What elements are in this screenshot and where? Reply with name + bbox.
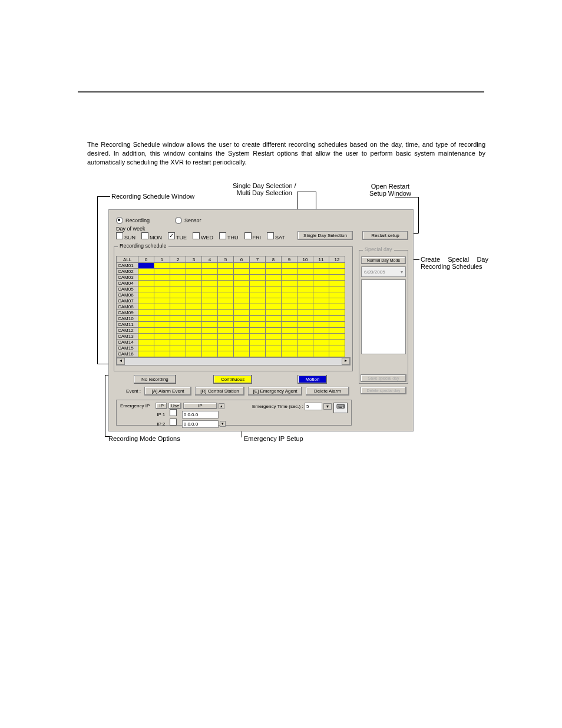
dropdown-icon[interactable]: ▾ [323,403,332,410]
emip-col-ip2: IP [183,403,217,409]
callout-open-restart: Open Restart Setup Window [369,183,411,197]
single-day-selection-button[interactable]: Single Day Selection [297,231,353,240]
emergency-ip-label: Emergency IP [120,403,154,409]
radio-sensor-label: Sensor [184,218,201,223]
callout-create-special: Create Special Day Recording Schedules [421,256,488,270]
recording-mode-legend-row: No recording Continuous Motion [116,375,351,384]
radio-recording[interactable]: Recording [116,217,150,224]
recording-schedule-legend: Recording schedule [118,243,168,249]
emip-col-ip: IP [156,403,167,409]
chk-sat[interactable]: SAT [267,232,285,241]
callout-recording-schedule-window: Recording Schedule Window [111,193,194,200]
bracket-recording-window [97,196,108,364]
chk-thu[interactable]: THU [219,232,239,241]
chk-mon[interactable]: MON [141,232,162,241]
special-day-legend: Special day [363,246,394,252]
mode-motion[interactable]: Motion [297,375,327,384]
leader-line [395,197,418,197]
chk-sun[interactable]: SUN [116,232,135,241]
radio-recording-label: Recording [125,218,150,223]
event-row: Event : [A] Alarm Event [R] Central Stat… [116,387,351,396]
dropdown-icon: ▾ [401,269,403,275]
callout-single-multi-day: Single Day Selection / Multi Day Selecti… [233,182,296,196]
mode-no-recording[interactable]: No recording [134,375,176,384]
emergency-time-input[interactable] [305,403,322,410]
restart-setup-button[interactable]: Restart setup [362,231,408,240]
chk-tue[interactable]: TUE [168,232,187,241]
divider [78,91,484,93]
keyboard-icon[interactable]: ⌨ [333,403,348,413]
leader-line [297,192,297,209]
chk-fri[interactable]: FRI [244,232,262,241]
chk-wed[interactable]: WED [193,232,213,241]
ip2-label: IP 2 [156,421,166,427]
mode-continuous[interactable]: Continuous [213,375,252,384]
special-day-panel: Special day Normal Day Mode 6/20/2005▾ [359,250,408,384]
emergency-agent-button[interactable]: [E] Emergency Agent [248,387,302,396]
leader-line [297,192,316,192]
scroll-left-icon[interactable]: ◂ [117,358,125,365]
emip-col-use: Use [168,403,181,409]
day-of-week-label: Day of week [116,226,146,232]
ip2-input[interactable] [182,420,219,428]
event-label: Event : [116,388,141,394]
special-day-list[interactable] [361,279,406,354]
day-of-week-row: SUN MON TUE WED THU FRI SAT [116,232,285,241]
ip2-use-checkbox[interactable] [170,419,177,426]
alarm-event-button[interactable]: [A] Alarm Event [144,387,191,396]
scroll-up-icon[interactable]: ▴ [219,403,224,409]
scroll-right-icon[interactable]: ▸ [342,358,350,365]
leader-line [418,197,419,233]
horizontal-scrollbar[interactable]: ◂ ▸ [116,357,351,365]
ip1-use-checkbox[interactable] [170,409,177,416]
intro-paragraph: The Recording Schedule window allows the… [87,140,485,167]
schedule-grid[interactable]: ALL0123456789101112CAM01CAM02CAM03CAM04C… [116,256,351,365]
special-date-picker[interactable]: 6/20/2005▾ [361,266,406,277]
scroll-down-icon[interactable]: ▾ [220,421,226,427]
emergency-time-label: Emergency Time (sec.) : [252,404,303,409]
delete-special-day-button[interactable]: Delete special day [361,387,406,394]
ip1-label: IP 1 [156,412,166,417]
delete-alarm-button[interactable]: Delete Alarm [306,387,349,396]
radio-sensor[interactable]: Sensor [175,217,201,224]
recording-schedule-dialog: Recording Sensor Day of week SUN MON TUE… [108,209,414,431]
normal-day-mode-button[interactable]: Normal Day Mode [361,256,406,264]
emergency-ip-panel: Emergency IP IP Use IP ▴ IP 1 IP 2 ▾ Eme… [116,400,352,426]
callout-emergency-ip-setup: Emergency IP Setup [244,435,303,442]
central-station-button[interactable]: [R] Central Station [195,387,244,396]
ip1-input[interactable] [182,411,219,419]
callout-recording-mode-options: Recording Mode Options [108,435,180,442]
save-special-day-button[interactable]: Save special day [361,374,406,382]
